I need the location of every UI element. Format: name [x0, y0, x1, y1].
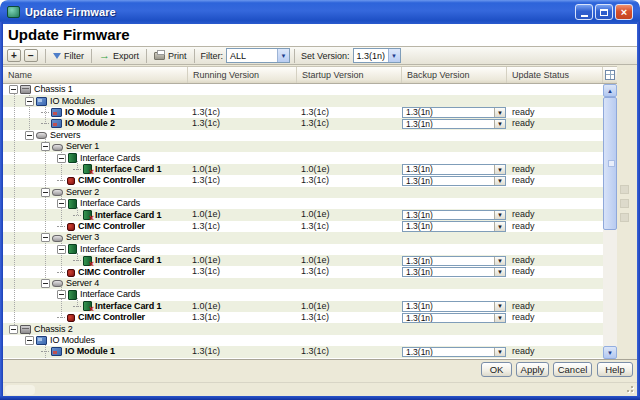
minimize-button[interactable]	[575, 4, 593, 20]
table-row[interactable]: IO Module 11.3(1c)1.3(1c)1.3(1n)▼ready	[3, 107, 603, 118]
update-status-cell: ready	[512, 209, 535, 220]
filter-dropdown[interactable]: ALL ▼	[226, 48, 290, 63]
table-row[interactable]: Interface Cards	[3, 244, 603, 255]
interface-cards-icon	[68, 153, 77, 163]
column-header-update-status[interactable]: Update Status	[507, 67, 603, 83]
scroll-up-button[interactable]: ▲	[603, 84, 617, 97]
toolbar-separator	[45, 49, 46, 63]
startup-version-cell: 1.3(1c)	[301, 175, 329, 186]
tree-node: IO Module 1	[3, 107, 115, 118]
startup-version-cell: 1.3(1c)	[301, 266, 329, 277]
maximize-icon	[600, 9, 608, 16]
print-icon	[154, 52, 165, 60]
backup-version-value: 1.3(1n)	[403, 108, 494, 117]
backup-version-select[interactable]: 1.3(1n)▼	[402, 119, 506, 130]
table-row[interactable]: Interface Card 11.0(1e)1.0(1e)1.3(1n)▼re…	[3, 209, 603, 220]
io-module-icon	[51, 108, 62, 117]
tree-expander-icon[interactable]	[41, 233, 50, 242]
backup-version-select[interactable]: 1.3(1n)▼	[402, 313, 506, 324]
ok-button[interactable]: OK	[481, 362, 512, 377]
backup-version-select[interactable]: 1.3(1n)▼	[402, 107, 506, 118]
toolbar-separator	[146, 49, 147, 63]
server-icon	[52, 235, 63, 242]
table-row[interactable]: IO Modules	[3, 335, 603, 346]
maximize-button[interactable]	[595, 4, 613, 20]
tree-expander-icon[interactable]	[57, 245, 66, 254]
backup-version-select[interactable]: 1.3(1n)▼	[402, 256, 506, 267]
resize-grip[interactable]	[623, 385, 634, 396]
tree-node-label: Interface Card 1	[95, 301, 161, 312]
scroll-down-button[interactable]: ▼	[603, 346, 617, 359]
tree-node-label: Interface Cards	[80, 244, 140, 255]
backup-version-select[interactable]: 1.3(1n)▼	[402, 176, 506, 187]
table-row[interactable]: Interface Cards	[3, 152, 603, 163]
tree-expander-icon[interactable]	[57, 154, 66, 163]
table-row[interactable]: Chassis 2	[3, 323, 603, 334]
tree-node-label: CIMC Controller	[78, 175, 145, 186]
table-row[interactable]: Interface Card 11.0(1e)1.0(1e)1.3(1n)▼re…	[3, 301, 603, 312]
table-row[interactable]: Server 3	[3, 232, 603, 243]
export-button[interactable]: → Export	[96, 48, 142, 63]
tree-guide-line	[45, 104, 46, 124]
tree-expander-icon[interactable]	[25, 131, 34, 140]
chevron-down-icon: ▼	[494, 222, 505, 231]
table-row[interactable]: Interface Card 11.0(1e)1.0(1e)1.3(1n)▼re…	[3, 164, 603, 175]
cancel-button[interactable]: Cancel	[553, 362, 592, 377]
chevron-down-icon: ▼	[494, 314, 505, 323]
backup-version-select[interactable]: 1.3(1n)▼	[402, 267, 506, 278]
tree-node: Interface Cards	[3, 198, 140, 209]
chevron-down-icon: ▼	[277, 49, 289, 62]
backup-version-select[interactable]: 1.3(1n)▼	[402, 210, 506, 221]
tree-expander-icon[interactable]	[41, 188, 50, 197]
table-row[interactable]: Chassis 1	[3, 84, 603, 95]
tree-expander-icon[interactable]	[41, 142, 50, 151]
table-row[interactable]: Interface Cards	[3, 289, 603, 300]
help-button[interactable]: Help	[597, 362, 633, 377]
apply-button[interactable]: Apply	[516, 362, 549, 377]
table-row[interactable]: IO Module 11.3(1c)1.3(1c)1.3(1n)▼ready	[3, 346, 603, 357]
table-row[interactable]: IO Module 21.3(1c)1.3(1c)1.3(1n)▼ready	[3, 118, 603, 129]
print-button[interactable]: Print	[151, 48, 190, 63]
filter-button[interactable]: Filter	[50, 48, 87, 63]
close-button[interactable]: ×	[615, 4, 633, 20]
column-header-backup-version[interactable]: Backup Version	[402, 67, 507, 83]
table-row[interactable]: IO Modules	[3, 95, 603, 106]
backup-version-select[interactable]: 1.3(1n)▼	[402, 301, 506, 312]
column-header-name[interactable]: Name	[3, 67, 188, 83]
set-version-dropdown[interactable]: 1.3(1n) ▼	[353, 48, 401, 63]
table-row[interactable]: Server 2	[3, 187, 603, 198]
table-row[interactable]: Interface Card 11.0(1e)1.0(1e)1.3(1n)▼re…	[3, 255, 603, 266]
chevron-down-icon: ▼	[494, 108, 505, 117]
table-row[interactable]: Interface Cards	[3, 198, 603, 209]
tree-node-label: Interface Cards	[80, 289, 140, 300]
tree-expander-icon[interactable]	[9, 85, 18, 94]
customize-columns-button[interactable]	[603, 67, 617, 83]
backup-version-value: 1.3(1n)	[403, 177, 494, 186]
column-header-running-version[interactable]: Running Version	[188, 67, 297, 83]
backup-version-select[interactable]: 1.3(1n)▼	[402, 347, 506, 358]
expand-all-button[interactable]: +	[7, 49, 21, 62]
tree-node-label: Server 3	[66, 232, 99, 243]
tree-expander-icon[interactable]	[25, 97, 34, 106]
tree-expander-icon[interactable]	[25, 336, 34, 345]
collapse-all-button[interactable]: −	[24, 49, 38, 62]
tree-node-label: Interface Card 1	[95, 164, 161, 175]
backup-version-select[interactable]: 1.3(1n)▼	[402, 164, 506, 175]
vertical-scrollbar[interactable]: ▲ ▼	[603, 84, 617, 359]
running-version-cell: 1.0(1e)	[192, 164, 221, 175]
tree-expander-icon[interactable]	[41, 279, 50, 288]
tree-expander-icon[interactable]	[57, 199, 66, 208]
tree-expander-icon[interactable]	[9, 325, 18, 334]
startup-version-cell: 1.0(1e)	[301, 301, 330, 312]
column-header-startup-version[interactable]: Startup Version	[297, 67, 402, 83]
table-body: Chassis 1IO ModulesIO Module 11.3(1c)1.3…	[3, 84, 617, 359]
dialog-heading: Update Firmware	[8, 26, 130, 43]
table-row[interactable]: Server 1	[3, 141, 603, 152]
startup-version-cell: 1.3(1c)	[301, 118, 329, 129]
backup-version-select[interactable]: 1.3(1n)▼	[402, 221, 506, 232]
tree-expander-icon[interactable]	[57, 290, 66, 299]
title-bar[interactable]: Update Firmware ×	[0, 0, 640, 24]
table-row[interactable]: Server 4	[3, 278, 603, 289]
table-row[interactable]: Servers	[3, 130, 603, 141]
scroll-thumb[interactable]	[603, 97, 617, 230]
